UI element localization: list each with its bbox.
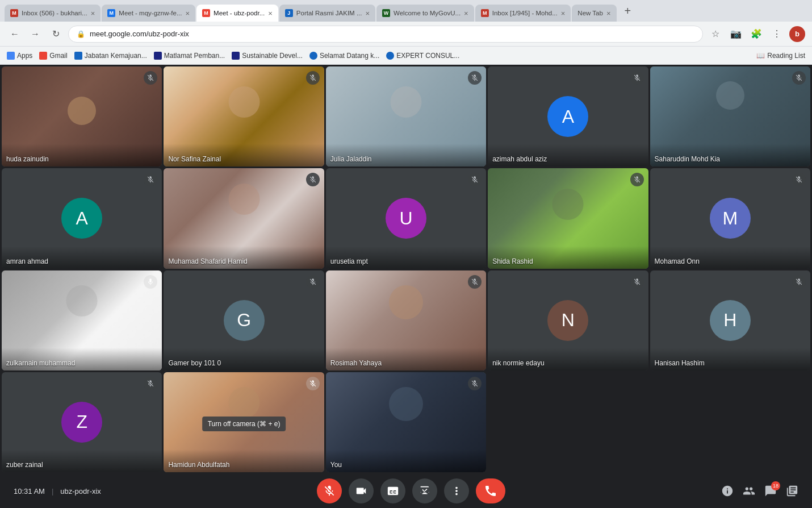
mic-button[interactable]	[317, 478, 342, 503]
tab-gmail[interactable]: M Inbox (506) - bukhari... ×	[5, 5, 101, 22]
bookmarks-bar: Apps Gmail Jabatan Kemajuan... Matlamat …	[0, 47, 812, 65]
participant-name-saharuddin: Saharuddin Mohd Kia	[655, 155, 720, 163]
avatar-gamer: G	[224, 300, 265, 341]
camera-button[interactable]	[349, 478, 374, 503]
captions-button[interactable]	[380, 478, 405, 503]
avatar-amran: a	[61, 198, 102, 239]
reload-button[interactable]: ↻	[48, 26, 64, 42]
mute-indicator-julia	[468, 71, 482, 85]
back-button[interactable]: ←	[7, 26, 23, 42]
tab-meet2[interactable]: M Meet - ubz-podr... ×	[196, 5, 278, 22]
tab-meet1[interactable]: M Meet - mqy-gznw-fe... ×	[102, 5, 195, 22]
present-button[interactable]	[412, 478, 437, 503]
empty-cell-1	[488, 372, 648, 472]
participant-cell-rosimah: Rosimah Yahaya	[326, 270, 486, 370]
url-text: meet.google.com/ubz-podr-xix	[90, 30, 694, 38]
chat-badge: 18	[771, 481, 780, 490]
bookmark-expert[interactable]: EXPERT CONSUL...	[386, 52, 459, 60]
tab-jakim-close[interactable]: ×	[365, 9, 370, 18]
participant-cell-azimah: a azimah abdul aziz	[488, 66, 648, 166]
end-call-button[interactable]	[476, 478, 505, 503]
extensions-button[interactable]: 🧩	[748, 26, 764, 42]
mute-indicator-rosimah	[468, 275, 482, 289]
activities-button[interactable]	[786, 485, 798, 497]
tab-mygov-close[interactable]: ×	[464, 9, 468, 18]
tab-newtab[interactable]: New Tab ×	[572, 5, 616, 22]
avatar-hanisan: H	[710, 300, 751, 341]
participant-name-azimah: azimah abdul aziz	[492, 155, 547, 163]
bookmark-jabatan[interactable]: Jabatan Kemajuan...	[74, 52, 147, 60]
tab-bar: M Inbox (506) - bukhari... × M Meet - mq…	[0, 0, 812, 22]
tab-meet1-close[interactable]: ×	[186, 9, 190, 18]
camera-access-button[interactable]: 📷	[728, 26, 744, 42]
participant-name-you: You	[330, 461, 342, 469]
url-bar[interactable]: 🔒 meet.google.com/ubz-podr-xix	[68, 26, 703, 43]
tab-newtab-label: New Tab	[577, 10, 603, 16]
info-button[interactable]	[721, 485, 734, 497]
bookmark-button[interactable]: ☆	[708, 26, 723, 42]
mute-indicator-saharuddin	[792, 71, 806, 85]
meeting-time: 10:31 AM	[14, 487, 45, 495]
mute-indicator-niknormie	[630, 275, 644, 289]
profile-button[interactable]: b	[789, 26, 805, 42]
meeting-code: ubz-podr-xix	[60, 487, 101, 495]
tab-jakim[interactable]: J Portal Rasmi JAKIM ... ×	[279, 5, 375, 22]
mute-indicator-hamidun	[306, 377, 320, 390]
avatar-urusetia: u	[386, 198, 426, 239]
avatar-mohamad: M	[710, 198, 751, 239]
avatar-zuber: z	[61, 402, 102, 443]
empty-cell-2	[650, 372, 810, 472]
more-options-button[interactable]	[444, 478, 469, 503]
tab-inbox-close[interactable]: ×	[561, 9, 566, 18]
bottom-left: 10:31 AM | ubz-podr-xix	[14, 487, 101, 495]
tab-mygov[interactable]: W Welcome to MyGovU... ×	[376, 5, 474, 22]
participant-name-shida: Shida Rashid	[492, 257, 533, 265]
mute-indicator-azimah	[630, 71, 644, 85]
tab-gmail-label: Inbox (506) - bukhari...	[22, 10, 87, 16]
reading-list-icon: 📖	[756, 52, 765, 60]
bookmark-selamat[interactable]: Selamat Datang k...	[309, 52, 379, 60]
mute-indicator-amran	[144, 173, 157, 186]
participant-cell-urusetia: u urusetia mpt	[326, 168, 486, 268]
tab-meet2-label: Meet - ubz-podr...	[214, 10, 265, 16]
participant-name-mohamad: Mohamad Onn	[655, 257, 700, 265]
reading-list-label: Reading List	[767, 52, 805, 60]
tab-gmail-close[interactable]: ×	[91, 9, 95, 18]
participant-name-zulkarnain: zulkarnain muhammad	[6, 359, 75, 367]
participant-cell-zuber: z zuber zainal	[2, 372, 162, 472]
tab-meet2-close[interactable]: ×	[268, 9, 273, 18]
more-button[interactable]: ⋮	[769, 26, 785, 42]
participant-cell-amran: a amran ahmad	[2, 168, 162, 268]
reading-list[interactable]: 📖 Reading List	[756, 52, 805, 60]
mute-indicator-shida	[630, 173, 644, 186]
mute-indicator-hanisan	[792, 275, 806, 289]
bookmark-sustainable[interactable]: Sustainable Devel...	[232, 52, 303, 60]
avatar-azimah: a	[547, 96, 588, 137]
mute-indicator-muhamad	[306, 173, 320, 186]
participant-name-huda: huda zainudin	[6, 155, 49, 163]
participant-cell-julia: Julia Jaladdin	[326, 66, 486, 166]
participant-cell-hamidun: Hamidun Abdulfatah Turn off camera (⌘ + …	[164, 372, 324, 472]
mute-indicator-urusetia	[468, 173, 482, 186]
participants-button[interactable]	[743, 485, 755, 497]
participant-name-niknormie: nik normie edayu	[492, 359, 544, 367]
new-tab-button[interactable]: +	[620, 5, 636, 18]
bottom-right: 18	[721, 485, 798, 497]
participant-cell-saharuddin: Saharuddin Mohd Kia	[650, 66, 810, 166]
bottom-bar: 10:31 AM | ubz-podr-xix	[0, 474, 812, 508]
mute-indicator-mohamad	[792, 173, 806, 186]
forward-button[interactable]: →	[27, 26, 43, 42]
mute-indicator-zuber	[144, 377, 157, 390]
meet-content: huda zainudin Nor Safina Zainal	[0, 65, 812, 508]
bookmark-gmail[interactable]: Gmail	[39, 52, 67, 60]
participant-name-gamer: Gamer boy 101 0	[168, 359, 221, 367]
bookmark-matlamat[interactable]: Matlamat Pemban...	[154, 52, 225, 60]
participant-cell-nor: Nor Safina Zainal	[164, 66, 324, 166]
participant-cell-muhamad: Muhamad Shafarid Hamid	[164, 168, 324, 268]
chat-button[interactable]: 18	[764, 485, 777, 497]
participant-cell-hanisan: H Hanisan Hashim	[650, 270, 810, 370]
tab-inbox[interactable]: M Inbox [1/945] - Mohd... ×	[475, 5, 571, 22]
bookmark-apps[interactable]: Apps	[7, 52, 32, 60]
participant-name-nor: Nor Safina Zainal	[168, 155, 221, 163]
tab-newtab-close[interactable]: ×	[606, 9, 611, 18]
